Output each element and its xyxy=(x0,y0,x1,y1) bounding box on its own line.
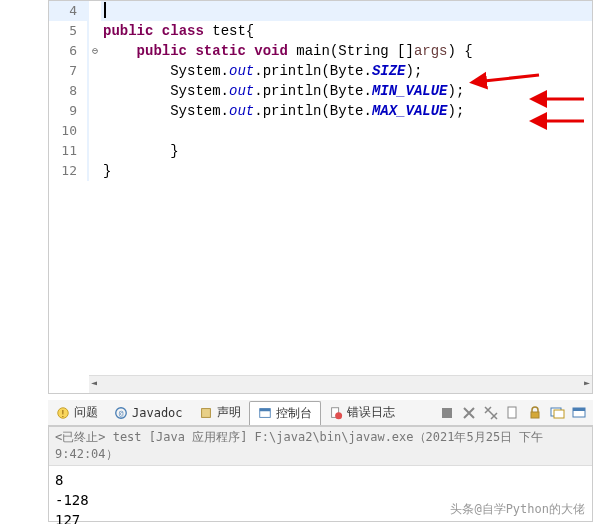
remove-launch-icon[interactable] xyxy=(461,405,477,421)
tab-label: 错误日志 xyxy=(347,404,395,421)
fold-gutter[interactable] xyxy=(89,21,101,41)
line-number: 10 xyxy=(49,121,89,141)
fold-gutter[interactable] xyxy=(89,1,101,21)
line-number: 12 xyxy=(49,161,89,181)
tab-problems[interactable]: ! 问题 xyxy=(48,401,106,424)
code-line-11[interactable]: } xyxy=(101,141,592,161)
line-number: 8 xyxy=(49,81,89,101)
svg-rect-13 xyxy=(442,408,452,418)
remove-all-icon[interactable] xyxy=(483,405,499,421)
console-icon xyxy=(258,406,272,420)
text-cursor xyxy=(104,2,106,18)
code-line-4[interactable] xyxy=(101,1,592,21)
tab-label: 声明 xyxy=(217,404,241,421)
svg-rect-15 xyxy=(531,412,539,418)
code-editor[interactable]: 4 5 public class test{ 6 ⊖ public static… xyxy=(48,0,593,394)
fold-gutter[interactable] xyxy=(89,121,101,141)
svg-rect-19 xyxy=(573,408,585,411)
console-toolbar xyxy=(439,405,593,421)
svg-rect-10 xyxy=(259,409,270,412)
javadoc-icon: @ xyxy=(114,406,128,420)
tab-declaration[interactable]: 声明 xyxy=(191,401,249,424)
terminate-icon[interactable] xyxy=(439,405,455,421)
tab-label: 问题 xyxy=(74,404,98,421)
tab-errorlog[interactable]: 错误日志 xyxy=(321,401,403,424)
bottom-tabs-bar: ! 问题 @ Javadoc 声明 控制台 错误日志 xyxy=(48,400,593,426)
code-line-12[interactable]: } xyxy=(101,161,592,181)
fold-gutter[interactable] xyxy=(89,161,101,181)
code-line-6[interactable]: public static void main(String []args) { xyxy=(101,41,592,61)
fold-gutter[interactable] xyxy=(89,101,101,121)
declaration-icon xyxy=(199,406,213,420)
code-line-8[interactable]: System.out.println(Byte.MIN_VALUE); xyxy=(101,81,592,101)
code-content[interactable]: 4 5 public class test{ 6 ⊖ public static… xyxy=(49,1,592,375)
line-number: 9 xyxy=(49,101,89,121)
code-line-10[interactable] xyxy=(101,121,592,141)
pin-console-icon[interactable] xyxy=(549,405,565,421)
fold-gutter[interactable] xyxy=(89,61,101,81)
horizontal-scrollbar[interactable] xyxy=(89,375,592,393)
tab-label: 控制台 xyxy=(276,405,312,422)
clear-console-icon[interactable] xyxy=(505,405,521,421)
line-number: 4 xyxy=(49,1,89,21)
scroll-lock-icon[interactable] xyxy=(527,405,543,421)
fold-gutter[interactable] xyxy=(89,81,101,101)
fold-gutter[interactable] xyxy=(89,141,101,161)
svg-text:@: @ xyxy=(119,408,124,417)
code-line-5[interactable]: public class test{ xyxy=(101,21,592,41)
line-number: 11 xyxy=(49,141,89,161)
svg-rect-17 xyxy=(554,410,564,418)
watermark-text: 头条@自学Python的大佬 xyxy=(450,501,585,518)
svg-point-12 xyxy=(335,412,342,419)
svg-rect-8 xyxy=(201,408,210,417)
code-line-9[interactable]: System.out.println(Byte.MAX_VALUE); xyxy=(101,101,592,121)
svg-text:!: ! xyxy=(60,408,65,418)
line-number: 7 xyxy=(49,61,89,81)
code-line-7[interactable]: System.out.println(Byte.SIZE); xyxy=(101,61,592,81)
line-number: 5 xyxy=(49,21,89,41)
display-selected-icon[interactable] xyxy=(571,405,587,421)
svg-rect-14 xyxy=(508,407,516,418)
output-line: 8 xyxy=(55,470,586,490)
tab-label: Javadoc xyxy=(132,406,183,420)
errorlog-icon xyxy=(329,406,343,420)
problems-icon: ! xyxy=(56,406,70,420)
line-number: 6 xyxy=(49,41,89,61)
tab-javadoc[interactable]: @ Javadoc xyxy=(106,403,191,423)
console-header: <已终止> test [Java 应用程序] F:\java2\bin\java… xyxy=(49,427,592,466)
fold-toggle-icon[interactable]: ⊖ xyxy=(89,41,101,61)
tab-console[interactable]: 控制台 xyxy=(249,401,321,425)
